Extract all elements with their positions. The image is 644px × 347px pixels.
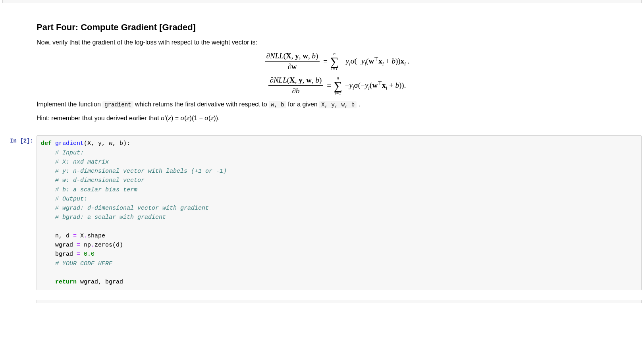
cm: # w: d-dimensional vector [41, 177, 145, 184]
op: . [84, 233, 87, 239]
impl-pre: Implement the function [37, 101, 102, 108]
rhs-dw: −yiσ(−yi(w⊤xi + b))xi . [341, 57, 410, 65]
op: = [77, 242, 80, 249]
code-gradient: gradient [102, 101, 133, 108]
frac-num-b: ∂NLL(X, y, w, b) [268, 76, 324, 86]
kw-return: return [41, 279, 77, 285]
equation-dw: ∂NLL(X, y, w, b) ∂w = n ∑ i=1 −yiσ(−yi(w… [37, 52, 636, 71]
sum-bot: i=1 [330, 67, 339, 71]
equals-b: = [327, 81, 333, 90]
fraction-dw: ∂NLL(X, y, w, b) ∂w [265, 52, 320, 71]
code-cell: In [2]: def gradient(X, y, w, b): # Inpu… [0, 135, 644, 290]
txt: X [77, 233, 84, 239]
sig: (X, y, w, b): [84, 140, 130, 147]
op: = [77, 251, 80, 258]
op: = [73, 233, 77, 239]
txt: wgrad [41, 242, 77, 249]
markdown-cell: Part Four: Compute Gradient [Graded] Now… [0, 11, 644, 135]
sum-bot-b: i=1 [334, 91, 342, 95]
cm: # bgrad: a scalar with gradient [41, 214, 166, 221]
section-heading: Part Four: Compute Gradient [Graded] [37, 22, 636, 33]
notebook: Part Four: Compute Gradient [Graded] Now… [0, 0, 644, 303]
txt: wgrad, bgrad [77, 279, 123, 285]
summation: n ∑ i=1 [330, 52, 339, 71]
cm: # X: nxd matrix [41, 159, 109, 166]
kw-def: def [41, 140, 52, 147]
txt: zeros(d) [94, 242, 123, 249]
equals: = [323, 57, 329, 66]
code-editor[interactable]: def gradient(X, y, w, b): # Input: # X: … [37, 135, 642, 290]
fn-name: gradient [55, 140, 84, 147]
sigma-icon-b: ∑ [334, 80, 342, 91]
next-cell-edge [37, 300, 642, 303]
summation-b: n ∑ i=1 [334, 76, 342, 95]
txt: n, d [41, 233, 73, 239]
input-prompt: In [2]: [0, 135, 37, 290]
txt: np [80, 242, 91, 249]
txt: bgrad [41, 251, 77, 258]
cm: # YOUR CODE HERE [41, 260, 112, 267]
intro-text: Now, verify that the gradient of the log… [37, 38, 636, 47]
markdown-content: Part Four: Compute Gradient [Graded] Now… [37, 11, 644, 135]
equation-db: ∂NLL(X, y, w, b) ∂b = n ∑ i=1 −yiσ(−yi(w… [37, 76, 636, 95]
cm: # b: a scalar bias term [41, 187, 137, 193]
sigma-icon: ∑ [330, 56, 339, 67]
op: . [91, 242, 94, 249]
implement-text: Implement the function gradient which re… [37, 100, 636, 109]
code-xywb: X, y, w, b [319, 101, 357, 108]
cm: # wgrad: d-dimensional vector with gradi… [41, 205, 209, 212]
frac-den: ∂w [265, 62, 320, 71]
fraction-db: ∂NLL(X, y, w, b) ∂b [268, 76, 324, 95]
num: 0.0 [84, 251, 94, 258]
in-prompt-label: In [2]: [10, 138, 33, 144]
impl-mid2: for a given [286, 101, 320, 108]
impl-post: . [357, 101, 360, 108]
prev-cell-edge [2, 0, 642, 3]
cm: # Output: [41, 196, 87, 202]
rhs-db: −yiσ(−yi(w⊤xi + b)). [345, 81, 406, 89]
code-wb: w, b [269, 101, 286, 108]
hint-text: Hint: remember that you derived earlier … [37, 114, 636, 123]
frac-den-b: ∂b [268, 86, 324, 95]
cm: # y: n-dimensional vector with labels (+… [41, 168, 227, 175]
txt: shape [87, 233, 105, 239]
frac-num: ∂NLL(X, y, w, b) [265, 52, 320, 62]
impl-mid: which returns the first derivative with … [133, 101, 269, 108]
cm: # Input: [41, 150, 84, 156]
txt [80, 251, 84, 258]
prompt-empty [0, 11, 37, 135]
